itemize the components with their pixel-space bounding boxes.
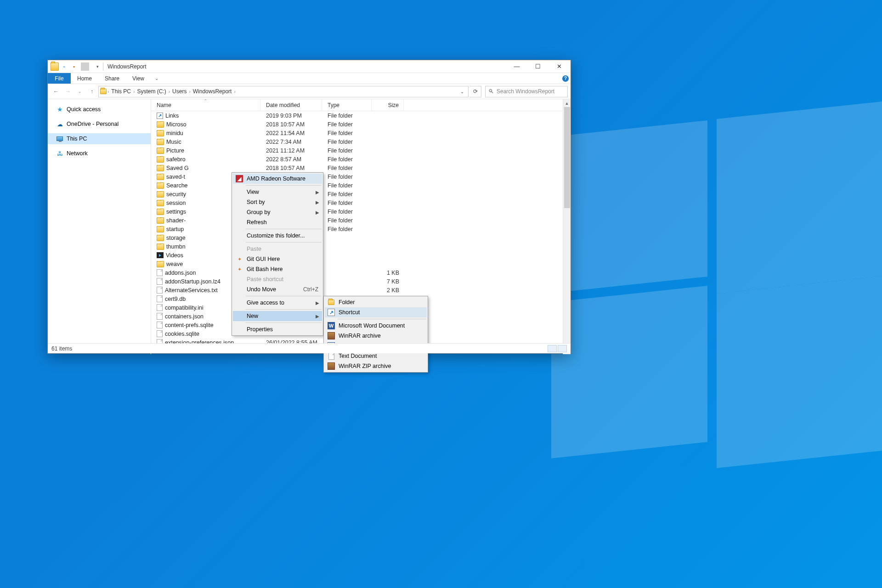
file-row[interactable]: saved-t2022 8:57 AMFile folder: [151, 172, 571, 181]
ctx-give-access[interactable]: Give access to▶: [233, 298, 322, 308]
file-name: shader-: [166, 217, 186, 224]
ctx-properties[interactable]: Properties: [233, 324, 322, 334]
file-name: Searche: [166, 182, 188, 189]
file-row[interactable]: security2022 11:54 AMFile folder: [151, 190, 571, 198]
tab-home[interactable]: Home: [71, 73, 98, 84]
file-row[interactable]: settings2022 11:54 AMFile folder: [151, 207, 571, 216]
col-size[interactable]: Size: [372, 99, 404, 111]
ctx-git-gui[interactable]: ✦Git GUI Here: [233, 254, 322, 264]
refresh-button[interactable]: ⟳: [469, 86, 481, 97]
col-name[interactable]: ⌃Name: [151, 99, 260, 111]
file-size: 7 KB: [372, 278, 404, 285]
file-row[interactable]: Microso2018 10:57 AMFile folder: [151, 120, 571, 129]
file-row[interactable]: Music2022 7:34 AMFile folder: [151, 137, 571, 146]
address-bar[interactable]: › This PC› System (C:)› Users› WindowsRe…: [98, 86, 469, 97]
file-row[interactable]: startup2022 8:57 AMFile folder: [151, 225, 571, 233]
crumb-system[interactable]: System (C:): [136, 88, 167, 95]
ctx-refresh[interactable]: Refresh: [233, 217, 322, 227]
ctx-new[interactable]: New▶: [233, 311, 322, 321]
nav-quick-access[interactable]: ★Quick access: [48, 104, 151, 115]
qat-dropdown-icon[interactable]: ▾: [93, 62, 102, 71]
file-row[interactable]: Saved G2018 10:57 AMFile folder: [151, 164, 571, 172]
crumb-users[interactable]: Users: [171, 88, 188, 95]
new-zip[interactable]: WinRAR ZIP archive: [325, 361, 427, 371]
view-details-button[interactable]: [548, 345, 557, 352]
col-date[interactable]: Date modified: [260, 99, 322, 111]
qat-props-icon[interactable]: ▪: [70, 62, 78, 71]
file-row[interactable]: weave26/01: [151, 260, 571, 268]
file-type: File folder: [322, 200, 372, 206]
ctx-sort[interactable]: Sort by▶: [233, 197, 322, 207]
ribbon-expand-icon[interactable]: ⌄: [151, 73, 163, 84]
file-row[interactable]: Searche2021 11:11 AMFile folder: [151, 181, 571, 190]
file-row[interactable]: shader-2022 8:55 AMFile folder: [151, 216, 571, 225]
search-input[interactable]: 🔍︎ Search WindowsReport: [485, 86, 568, 97]
file-name: addonStartup.json.lz4: [165, 278, 220, 285]
file-type: File folder: [322, 113, 372, 119]
scrollbar[interactable]: ▲ ▼: [563, 99, 571, 354]
file-icon: [157, 287, 163, 294]
file-row[interactable]: minidu2022 11:54 AMFile folder: [151, 129, 571, 137]
nav-this-pc[interactable]: This PC: [48, 133, 151, 144]
new-rar[interactable]: WinRAR archive: [325, 331, 427, 341]
tab-file[interactable]: File: [48, 73, 71, 84]
file-row[interactable]: addons.json13/011 KB: [151, 268, 571, 277]
crumb-thispc[interactable]: This PC: [110, 88, 132, 95]
ctx-customize[interactable]: Customize this folder...: [233, 231, 322, 241]
file-row[interactable]: thumbn: [151, 242, 571, 251]
file-name: addons.json: [165, 270, 196, 276]
back-button[interactable]: ←: [51, 86, 62, 97]
qat-save-icon[interactable]: ▫: [60, 62, 68, 71]
folder-icon: [157, 209, 164, 215]
maximize-button[interactable]: ☐: [527, 60, 548, 73]
col-type[interactable]: Type: [322, 99, 372, 111]
help-button[interactable]: ?: [560, 73, 571, 84]
file-row[interactable]: ↗Links2019 9:03 PMFile folder: [151, 111, 571, 120]
file-row[interactable]: AlternateServices.txt26/012 KB: [151, 286, 571, 294]
file-date: 2019 9:03 PM: [260, 113, 322, 119]
file-name: session: [166, 200, 186, 206]
scroll-up-icon[interactable]: ▲: [563, 99, 571, 107]
file-row[interactable]: safebro2022 8:57 AMFile folder: [151, 155, 571, 164]
file-row[interactable]: storage: [151, 233, 571, 242]
forward-button[interactable]: →: [62, 86, 74, 97]
tab-view[interactable]: View: [126, 73, 151, 84]
file-name: cookies.sqlite: [165, 331, 199, 337]
submenu-icon: ▶: [316, 200, 319, 205]
view-icons-button[interactable]: [558, 345, 567, 352]
crumb-windowsreport[interactable]: WindowsReport: [192, 88, 233, 95]
word-icon: W: [328, 322, 335, 329]
file-date: 2021 11:12 AM: [260, 147, 322, 154]
new-word[interactable]: WMicrosoft Word Document: [325, 321, 427, 331]
file-type: File folder: [322, 147, 372, 154]
file-type: File folder: [322, 209, 372, 215]
addr-dropdown-icon[interactable]: ⌄: [458, 89, 467, 94]
scroll-thumb[interactable]: [564, 107, 570, 208]
tab-share[interactable]: Share: [98, 73, 126, 84]
nav-network[interactable]: 🖧Network: [48, 148, 151, 159]
new-shortcut[interactable]: ↗Shortcut: [325, 307, 427, 317]
minimize-button[interactable]: —: [506, 60, 527, 73]
file-row[interactable]: addonStartup.json.lz413/017 KB: [151, 277, 571, 286]
file-name: thumbn: [166, 243, 186, 250]
folder-icon: [328, 299, 335, 306]
file-name: Picture: [166, 147, 184, 154]
new-folder[interactable]: Folder: [325, 297, 427, 307]
recent-dropdown-icon[interactable]: ⌄: [74, 86, 85, 97]
ctx-amd[interactable]: ◢AMD Radeon Software: [233, 174, 322, 184]
title-bar[interactable]: ▫ ▪ ▾ WindowsReport — ☐ ✕: [48, 60, 571, 73]
file-row[interactable]: session2022 8:57 AMFile folder: [151, 198, 571, 207]
file-row[interactable]: Videos: [151, 251, 571, 260]
addr-folder-icon: [100, 89, 107, 94]
ctx-undo[interactable]: Undo MoveCtrl+Z: [233, 284, 322, 294]
file-type: File folder: [322, 130, 372, 136]
ctx-view[interactable]: View▶: [233, 187, 322, 197]
ctx-git-bash[interactable]: ✦Git Bash Here: [233, 264, 322, 274]
file-icon: [157, 269, 163, 276]
up-button[interactable]: ↑: [86, 86, 97, 97]
nav-onedrive[interactable]: ☁OneDrive - Personal: [48, 119, 151, 130]
submenu-icon: ▶: [316, 314, 319, 319]
file-row[interactable]: Picture2021 11:12 AMFile folder: [151, 146, 571, 155]
close-button[interactable]: ✕: [548, 60, 570, 73]
ctx-group[interactable]: Group by▶: [233, 207, 322, 217]
